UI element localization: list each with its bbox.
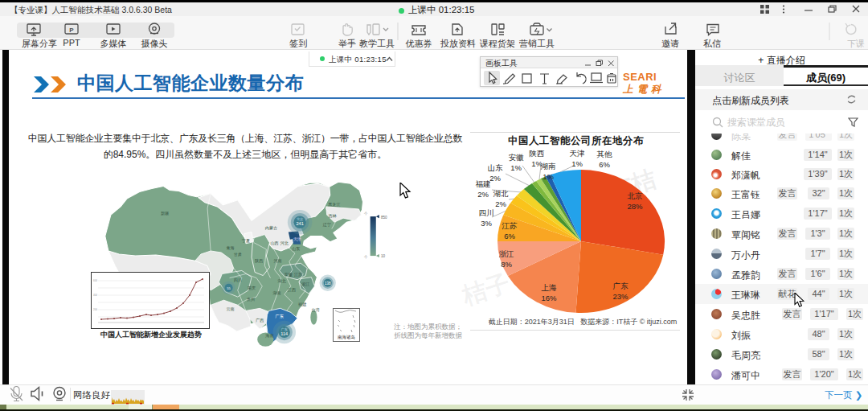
svg-text:台湾: 台湾	[311, 307, 320, 313]
svg-text:55: 55	[227, 286, 231, 290]
svg-text:广东: 广东	[276, 314, 284, 319]
svg-text:四川: 四川	[234, 277, 242, 282]
svg-text:吉林: 吉林	[328, 213, 337, 219]
svg-text:福建: 福建	[298, 302, 306, 307]
svg-text:山西: 山西	[270, 240, 278, 245]
svg-text:600: 600	[93, 279, 97, 282]
svg-text:河南: 河南	[274, 258, 282, 264]
svg-text:114: 114	[280, 331, 288, 336]
svg-text:天津: 天津	[293, 236, 301, 242]
svg-text:湖南: 湖南	[273, 290, 281, 295]
svg-text:云南: 云南	[226, 306, 234, 311]
svg-text:新疆: 新疆	[161, 211, 169, 216]
svg-text:个: 个	[364, 255, 368, 259]
svg-text:江西: 江西	[288, 287, 296, 293]
svg-text:浙江: 浙江	[301, 282, 309, 287]
svg-text:850: 850	[381, 216, 387, 220]
svg-text:北京: 北京	[297, 217, 303, 221]
svg-text:贵州: 贵州	[247, 297, 255, 302]
svg-text:南海诸岛: 南海诸岛	[338, 335, 355, 340]
svg-text:甘肃: 甘肃	[234, 252, 242, 257]
svg-text:陕西: 陕西	[255, 258, 263, 263]
svg-text:241: 241	[296, 221, 303, 226]
svg-text:安徽: 安徽	[285, 272, 293, 277]
svg-text:宁夏: 宁夏	[242, 238, 250, 244]
svg-text:黑龙江: 黑龙江	[328, 202, 340, 208]
svg-text:湖北: 湖北	[278, 278, 286, 284]
svg-text:10: 10	[381, 254, 386, 258]
svg-text:海南: 海南	[265, 333, 273, 339]
svg-text:重庆: 重庆	[248, 286, 256, 290]
svg-text:山东: 山东	[292, 246, 300, 251]
svg-text:200: 200	[93, 308, 97, 311]
svg-text:江苏: 江苏	[294, 272, 302, 277]
svg-text:138: 138	[325, 282, 331, 286]
svg-text:P: P	[69, 27, 74, 34]
svg-text:内蒙古: 内蒙古	[265, 225, 277, 231]
svg-text:广西: 广西	[256, 318, 264, 323]
svg-text:个: 个	[364, 212, 368, 216]
svg-text:辽宁: 辽宁	[323, 222, 331, 227]
svg-text:河北: 河北	[280, 240, 289, 246]
svg-text:400: 400	[93, 294, 97, 297]
svg-text:青海: 青海	[226, 245, 234, 251]
